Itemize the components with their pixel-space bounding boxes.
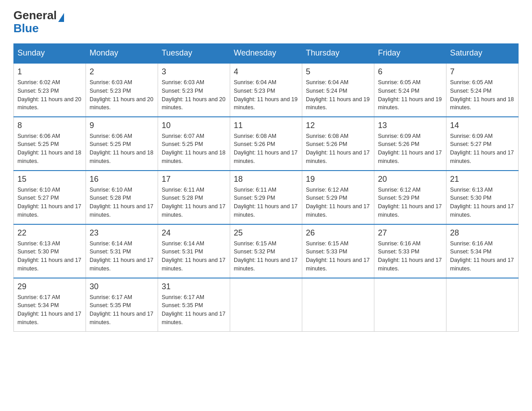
day-cell-4: 4Sunrise: 6:04 AMSunset: 5:23 PMDaylight… bbox=[230, 63, 302, 117]
day-cell-31: 31Sunrise: 6:17 AMSunset: 5:35 PMDayligh… bbox=[158, 278, 230, 332]
weekday-thursday: Thursday bbox=[302, 44, 374, 63]
day-number: 25 bbox=[234, 228, 298, 238]
day-number: 28 bbox=[450, 228, 515, 238]
day-info: Sunrise: 6:08 AMSunset: 5:26 PMDaylight:… bbox=[306, 132, 370, 166]
logo-general: General bbox=[13, 9, 57, 22]
week-row-5: 29Sunrise: 6:17 AMSunset: 5:34 PMDayligh… bbox=[14, 278, 519, 332]
day-number: 26 bbox=[306, 228, 370, 238]
day-info: Sunrise: 6:16 AMSunset: 5:34 PMDaylight:… bbox=[450, 240, 515, 273]
day-cell-18: 18Sunrise: 6:11 AMSunset: 5:29 PMDayligh… bbox=[230, 171, 302, 224]
logo-blue: Blue bbox=[13, 21, 39, 35]
day-cell-19: 19Sunrise: 6:12 AMSunset: 5:29 PMDayligh… bbox=[302, 171, 374, 224]
week-row-1: 1Sunrise: 6:02 AMSunset: 5:23 PMDaylight… bbox=[14, 63, 519, 117]
day-number: 31 bbox=[162, 282, 226, 291]
day-number: 16 bbox=[90, 175, 154, 184]
day-info: Sunrise: 6:04 AMSunset: 5:24 PMDaylight:… bbox=[306, 78, 370, 112]
day-number: 18 bbox=[234, 175, 298, 184]
day-number: 5 bbox=[306, 67, 370, 77]
day-number: 17 bbox=[162, 175, 226, 184]
day-number: 9 bbox=[90, 121, 154, 130]
weekday-tuesday: Tuesday bbox=[158, 44, 230, 63]
day-cell-7: 7Sunrise: 6:05 AMSunset: 5:24 PMDaylight… bbox=[446, 63, 519, 117]
day-number: 29 bbox=[17, 282, 82, 291]
day-info: Sunrise: 6:03 AMSunset: 5:23 PMDaylight:… bbox=[90, 78, 154, 112]
day-number: 11 bbox=[234, 121, 298, 130]
day-cell-22: 22Sunrise: 6:13 AMSunset: 5:30 PMDayligh… bbox=[14, 224, 86, 278]
day-number: 24 bbox=[162, 228, 226, 238]
day-info: Sunrise: 6:14 AMSunset: 5:31 PMDaylight:… bbox=[90, 240, 154, 273]
weekday-header-row: SundayMondayTuesdayWednesdayThursdayFrid… bbox=[14, 44, 519, 63]
empty-cell bbox=[374, 278, 446, 332]
day-cell-16: 16Sunrise: 6:10 AMSunset: 5:28 PMDayligh… bbox=[86, 171, 158, 224]
weekday-saturday: Saturday bbox=[446, 44, 519, 63]
day-cell-25: 25Sunrise: 6:15 AMSunset: 5:32 PMDayligh… bbox=[230, 224, 302, 278]
day-number: 6 bbox=[378, 67, 442, 77]
day-number: 4 bbox=[234, 67, 298, 77]
weekday-wednesday: Wednesday bbox=[230, 44, 302, 63]
calendar-table: SundayMondayTuesdayWednesdayThursdayFrid… bbox=[13, 43, 519, 332]
day-info: Sunrise: 6:05 AMSunset: 5:24 PMDaylight:… bbox=[450, 78, 515, 112]
day-info: Sunrise: 6:12 AMSunset: 5:29 PMDaylight:… bbox=[306, 186, 370, 219]
day-number: 23 bbox=[90, 228, 154, 238]
week-row-4: 22Sunrise: 6:13 AMSunset: 5:30 PMDayligh… bbox=[14, 224, 519, 278]
day-number: 21 bbox=[450, 175, 515, 184]
day-cell-20: 20Sunrise: 6:12 AMSunset: 5:29 PMDayligh… bbox=[374, 171, 446, 224]
day-info: Sunrise: 6:10 AMSunset: 5:28 PMDaylight:… bbox=[90, 186, 154, 219]
day-number: 20 bbox=[378, 175, 442, 184]
week-row-3: 15Sunrise: 6:10 AMSunset: 5:27 PMDayligh… bbox=[14, 171, 519, 224]
day-cell-23: 23Sunrise: 6:14 AMSunset: 5:31 PMDayligh… bbox=[86, 224, 158, 278]
weekday-monday: Monday bbox=[86, 44, 158, 63]
empty-cell bbox=[302, 278, 374, 332]
day-cell-26: 26Sunrise: 6:15 AMSunset: 5:33 PMDayligh… bbox=[302, 224, 374, 278]
day-info: Sunrise: 6:17 AMSunset: 5:35 PMDaylight:… bbox=[90, 293, 154, 327]
day-cell-14: 14Sunrise: 6:09 AMSunset: 5:27 PMDayligh… bbox=[446, 117, 519, 171]
day-number: 10 bbox=[162, 121, 226, 130]
day-info: Sunrise: 6:13 AMSunset: 5:30 PMDaylight:… bbox=[450, 186, 515, 219]
day-number: 22 bbox=[17, 228, 82, 238]
day-cell-15: 15Sunrise: 6:10 AMSunset: 5:27 PMDayligh… bbox=[14, 171, 86, 224]
day-cell-3: 3Sunrise: 6:03 AMSunset: 5:23 PMDaylight… bbox=[158, 63, 230, 117]
day-info: Sunrise: 6:03 AMSunset: 5:23 PMDaylight:… bbox=[162, 78, 226, 112]
day-number: 1 bbox=[17, 67, 82, 77]
day-info: Sunrise: 6:10 AMSunset: 5:27 PMDaylight:… bbox=[17, 186, 82, 219]
day-cell-13: 13Sunrise: 6:09 AMSunset: 5:26 PMDayligh… bbox=[374, 117, 446, 171]
day-cell-6: 6Sunrise: 6:05 AMSunset: 5:24 PMDaylight… bbox=[374, 63, 446, 117]
day-info: Sunrise: 6:09 AMSunset: 5:27 PMDaylight:… bbox=[450, 132, 515, 166]
day-number: 30 bbox=[90, 282, 154, 291]
day-info: Sunrise: 6:16 AMSunset: 5:33 PMDaylight:… bbox=[378, 240, 442, 273]
page-header: General Blue bbox=[13, 9, 519, 34]
day-number: 19 bbox=[306, 175, 370, 184]
day-info: Sunrise: 6:13 AMSunset: 5:30 PMDaylight:… bbox=[17, 240, 82, 273]
day-cell-9: 9Sunrise: 6:06 AMSunset: 5:25 PMDaylight… bbox=[86, 117, 158, 171]
day-cell-24: 24Sunrise: 6:14 AMSunset: 5:31 PMDayligh… bbox=[158, 224, 230, 278]
day-info: Sunrise: 6:12 AMSunset: 5:29 PMDaylight:… bbox=[378, 186, 442, 219]
day-info: Sunrise: 6:02 AMSunset: 5:23 PMDaylight:… bbox=[17, 78, 82, 112]
day-number: 3 bbox=[162, 67, 226, 77]
logo-triangle-icon bbox=[58, 13, 64, 22]
day-cell-10: 10Sunrise: 6:07 AMSunset: 5:25 PMDayligh… bbox=[158, 117, 230, 171]
day-info: Sunrise: 6:14 AMSunset: 5:31 PMDaylight:… bbox=[162, 240, 226, 273]
day-cell-12: 12Sunrise: 6:08 AMSunset: 5:26 PMDayligh… bbox=[302, 117, 374, 171]
day-info: Sunrise: 6:17 AMSunset: 5:35 PMDaylight:… bbox=[162, 293, 226, 327]
day-info: Sunrise: 6:09 AMSunset: 5:26 PMDaylight:… bbox=[378, 132, 442, 166]
day-number: 14 bbox=[450, 121, 515, 130]
day-number: 8 bbox=[17, 121, 82, 130]
day-cell-1: 1Sunrise: 6:02 AMSunset: 5:23 PMDaylight… bbox=[14, 63, 86, 117]
day-number: 7 bbox=[450, 67, 515, 77]
day-cell-30: 30Sunrise: 6:17 AMSunset: 5:35 PMDayligh… bbox=[86, 278, 158, 332]
day-info: Sunrise: 6:06 AMSunset: 5:25 PMDaylight:… bbox=[90, 132, 154, 166]
weekday-friday: Friday bbox=[374, 44, 446, 63]
empty-cell bbox=[230, 278, 302, 332]
day-cell-5: 5Sunrise: 6:04 AMSunset: 5:24 PMDaylight… bbox=[302, 63, 374, 117]
day-cell-11: 11Sunrise: 6:08 AMSunset: 5:26 PMDayligh… bbox=[230, 117, 302, 171]
day-info: Sunrise: 6:04 AMSunset: 5:23 PMDaylight:… bbox=[234, 78, 298, 112]
day-cell-17: 17Sunrise: 6:11 AMSunset: 5:28 PMDayligh… bbox=[158, 171, 230, 224]
day-info: Sunrise: 6:11 AMSunset: 5:28 PMDaylight:… bbox=[162, 186, 226, 219]
day-cell-27: 27Sunrise: 6:16 AMSunset: 5:33 PMDayligh… bbox=[374, 224, 446, 278]
weekday-sunday: Sunday bbox=[14, 44, 86, 63]
logo: General Blue bbox=[13, 9, 64, 34]
day-number: 12 bbox=[306, 121, 370, 130]
day-cell-28: 28Sunrise: 6:16 AMSunset: 5:34 PMDayligh… bbox=[446, 224, 519, 278]
day-info: Sunrise: 6:15 AMSunset: 5:33 PMDaylight:… bbox=[306, 240, 370, 273]
day-info: Sunrise: 6:07 AMSunset: 5:25 PMDaylight:… bbox=[162, 132, 226, 166]
